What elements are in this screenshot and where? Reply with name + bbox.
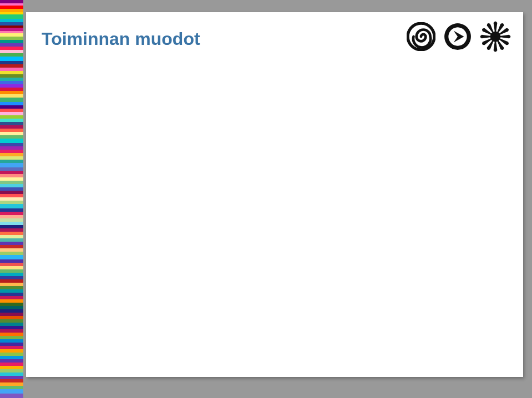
slide-panel: Toiminnan muodot	[26, 12, 523, 377]
slide-stage: Toiminnan muodot	[0, 0, 532, 398]
sun-icon	[480, 21, 511, 52]
decorative-stripe-band	[0, 0, 23, 398]
spiral-icon	[407, 22, 435, 51]
arrow-circle-icon	[443, 22, 472, 51]
corner-icon-group	[407, 21, 511, 52]
slide-title: Toiminnan muodot	[42, 29, 200, 49]
